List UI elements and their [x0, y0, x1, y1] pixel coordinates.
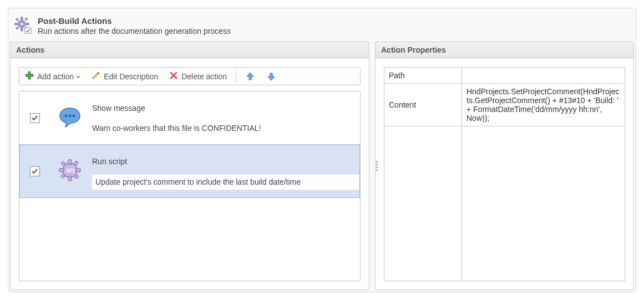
svg-point-15: [73, 115, 75, 118]
api-gear-icon: API: [57, 157, 83, 185]
post-build-actions-panel: Post-Build Actions Run actions after the…: [8, 8, 636, 292]
delete-x-icon: [169, 71, 178, 82]
property-key: Path: [384, 68, 462, 84]
svg-rect-17: [68, 160, 72, 164]
property-value[interactable]: [462, 68, 625, 84]
action-description: Warn co-workers that this file is CONFID…: [92, 124, 354, 133]
svg-rect-1: [21, 17, 23, 20]
action-checkbox[interactable]: [30, 113, 40, 123]
properties-column: Action Properties Path Content HndProjec…: [375, 42, 634, 290]
edit-description-button[interactable]: Edit Description: [89, 70, 160, 83]
svg-rect-3: [15, 23, 18, 25]
svg-rect-8: [16, 27, 18, 29]
svg-rect-4: [26, 23, 29, 25]
property-row[interactable]: Content HndProjects.SetProjectComment(Hn…: [384, 84, 625, 126]
panel-header: Post-Build Actions Run actions after the…: [10, 10, 634, 42]
move-up-button[interactable]: [243, 70, 257, 83]
property-grid-empty: [384, 126, 625, 281]
dropdown-caret-icon: [76, 72, 80, 81]
speech-bubble-icon: [57, 104, 83, 132]
add-action-button[interactable]: Add action: [23, 70, 83, 83]
svg-rect-19: [59, 169, 64, 172]
svg-point-13: [65, 115, 68, 118]
svg-text:API: API: [65, 167, 74, 174]
plus-icon: [25, 71, 34, 82]
action-checkbox[interactable]: [30, 166, 40, 176]
delete-action-label: Delete action: [181, 72, 227, 81]
property-row[interactable]: Path: [384, 68, 625, 84]
svg-rect-7: [25, 18, 28, 21]
delete-action-button[interactable]: Delete action: [167, 70, 229, 83]
svg-rect-12: [26, 74, 33, 77]
panel-subtitle: Run actions after the documentation gene…: [38, 26, 231, 36]
svg-rect-10: [24, 28, 31, 33]
move-down-button[interactable]: [264, 70, 278, 83]
svg-rect-18: [68, 176, 72, 181]
property-value[interactable]: HndProjects.SetProjectComment(HndProject…: [462, 84, 625, 126]
properties-section-title: Action Properties: [375, 42, 634, 58]
action-title: Run script: [92, 157, 360, 166]
properties-grid[interactable]: Path Content HndProjects.SetProjectComme…: [384, 67, 625, 281]
splitter-handle[interactable]: [376, 161, 378, 171]
svg-point-14: [69, 115, 72, 118]
action-row[interactable]: Show message Warn co-workers that this f…: [19, 91, 360, 145]
svg-point-9: [20, 22, 23, 26]
actions-column: Actions Add action: [10, 42, 369, 290]
action-list[interactable]: Show message Warn co-workers that this f…: [19, 91, 361, 281]
svg-rect-5: [16, 18, 18, 21]
gear-check-icon: [13, 16, 32, 34]
svg-rect-2: [21, 28, 23, 31]
action-description-editing[interactable]: Update project's comment to include the …: [92, 174, 360, 190]
panel-title: Post-Build Actions: [38, 16, 231, 26]
property-key: Content: [384, 84, 462, 126]
svg-rect-20: [76, 169, 80, 172]
edit-description-label: Edit Description: [104, 72, 158, 81]
actions-toolbar: Add action: [19, 67, 361, 85]
pencil-icon: [92, 71, 100, 82]
action-title: Show message: [92, 104, 354, 113]
actions-section-title: Actions: [10, 42, 369, 58]
add-action-label: Add action: [37, 72, 74, 81]
action-row[interactable]: API Run script Update project's comment …: [19, 145, 360, 198]
